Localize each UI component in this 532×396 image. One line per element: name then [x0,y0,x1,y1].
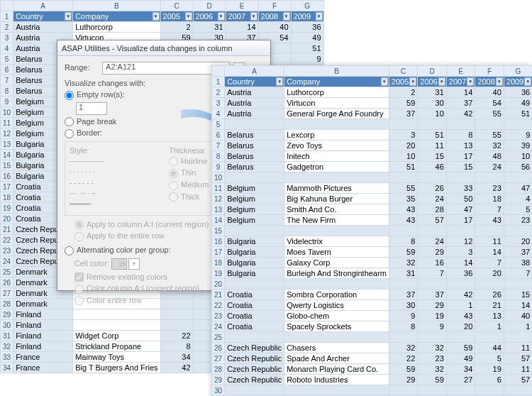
filter-dropdown-icon[interactable]: ▼ [250,12,257,21]
empty-cell[interactable] [446,385,475,396]
row-header[interactable]: 20 [212,279,225,290]
column-header[interactable]: A [13,1,73,11]
country-cell[interactable]: Finland [13,341,73,352]
country-cell[interactable]: Czech Republic [225,364,284,375]
value-cell[interactable]: 51 [504,109,532,119]
country-cell[interactable]: Croatia [225,311,284,321]
empty-cell[interactable] [389,332,417,343]
column-header[interactable]: E [226,1,258,11]
value-cell[interactable]: 29 [418,247,446,258]
value-cell[interactable]: 36 [446,268,475,279]
empty-cell[interactable] [389,119,417,130]
column-header[interactable]: G [291,1,323,11]
company-cell[interactable]: The New Firm [284,215,389,226]
value-cell[interactable]: 23 [475,183,504,194]
company-cell[interactable] [73,320,160,331]
empty-cell[interactable] [504,332,532,343]
company-cell[interactable]: Strickland Propane [73,341,160,352]
value-cell[interactable]: 3 [389,130,417,141]
value-cell[interactable]: 32 [389,343,417,353]
value-cell[interactable]: 40 [258,22,291,33]
value-cell[interactable]: 14 [446,258,475,268]
row-header[interactable]: 15 [212,226,225,236]
empty-cell[interactable] [504,279,532,290]
value-cell[interactable]: 11 [504,364,532,375]
row-header[interactable]: 23 [1,246,13,256]
value-cell[interactable]: 55 [389,183,417,194]
value-cell[interactable]: 7 [475,258,504,268]
company-cell[interactable]: Spacely Sprockets [284,321,389,332]
row-header[interactable]: 32 [1,341,13,352]
row-header[interactable]: 23 [212,311,225,321]
country-cell[interactable]: Croatia [225,290,284,300]
empty-cell[interactable] [418,385,446,396]
value-cell[interactable]: 16 [418,258,446,268]
empty-cell[interactable] [284,279,389,290]
row-header[interactable]: 31 [1,331,13,341]
company-cell[interactable]: Monarch Playing Card Co. [284,364,389,375]
column-header[interactable]: C [160,1,193,11]
value-cell[interactable]: 22 [160,331,193,341]
value-cell[interactable]: 24 [475,162,504,172]
empty-cell[interactable] [225,332,284,343]
country-cell[interactable]: Belarus [225,141,284,151]
row-header[interactable]: 4 [212,109,225,119]
value-cell[interactable]: 24 [418,194,446,204]
value-cell[interactable]: 29 [389,375,417,385]
value-cell[interactable]: 40 [475,87,504,98]
value-cell[interactable] [160,320,193,331]
table-header-cell[interactable]: 2007▼ [446,77,475,87]
row-header[interactable]: 27 [212,353,225,364]
filter-dropdown-icon[interactable]: ▼ [185,12,192,21]
value-cell[interactable]: 55 [475,109,504,119]
value-cell[interactable]: 39 [504,141,532,151]
empty-cell[interactable] [446,172,475,183]
company-cell[interactable]: Qwerty Logistics [284,300,389,311]
company-cell[interactable]: Galaxy Corp [284,258,389,268]
column-header[interactable]: F [258,1,291,11]
value-cell[interactable]: 11 [504,343,532,353]
value-cell[interactable]: 57 [504,353,532,364]
row-header[interactable]: 17 [212,247,225,258]
empty-cell[interactable] [284,332,389,343]
value-cell[interactable]: 7 [418,268,446,279]
value-cell[interactable]: 1 [475,321,504,332]
row-header[interactable]: 20 [1,214,13,224]
value-cell[interactable]: 27 [446,375,475,385]
value-cell[interactable]: 55 [475,130,504,141]
country-cell[interactable]: Croatia [225,300,284,311]
row-header[interactable]: 8 [212,151,225,162]
filter-dropdown-icon[interactable]: ▼ [496,77,503,86]
row-header[interactable]: 1 [1,11,13,22]
value-cell[interactable]: 59 [418,375,446,385]
value-cell[interactable]: 12 [446,236,475,247]
country-cell[interactable]: Belgium [225,204,284,215]
company-cell[interactable]: Videlectrix [284,236,389,247]
filter-dropdown-icon[interactable]: ▼ [65,12,72,21]
value-cell[interactable]: 49 [504,98,532,109]
row-header[interactable]: 2 [212,87,225,98]
row-header[interactable]: 25 [212,332,225,343]
row-header[interactable]: 22 [1,235,13,246]
company-cell[interactable]: General Forge And Foundry [284,109,389,119]
value-cell[interactable]: 32 [389,258,417,268]
company-cell[interactable]: Chasers [284,343,389,353]
value-cell[interactable]: 32 [475,141,504,151]
country-cell[interactable]: Croatia [225,321,284,332]
row-header[interactable]: 12 [1,128,13,139]
company-cell[interactable]: Moes Tavern [284,247,389,258]
value-cell[interactable]: 37 [389,109,417,119]
country-cell[interactable]: Belarus [225,162,284,172]
value-cell[interactable]: 9 [389,311,417,321]
value-cell[interactable]: 59 [389,247,417,258]
value-cell[interactable]: 8 [160,341,193,352]
row-header[interactable]: 9 [212,162,225,172]
empty-cell[interactable] [475,385,504,396]
value-cell[interactable]: 24 [418,236,446,247]
row-header[interactable]: 28 [1,299,13,309]
company-cell[interactable]: Burleigh And Stronginthearm [284,268,389,279]
row-header[interactable]: 27 [1,288,13,299]
company-cell[interactable]: Zevo Toys [284,141,389,151]
value-cell[interactable]: 32 [418,343,446,353]
empty-cell[interactable] [418,172,446,183]
